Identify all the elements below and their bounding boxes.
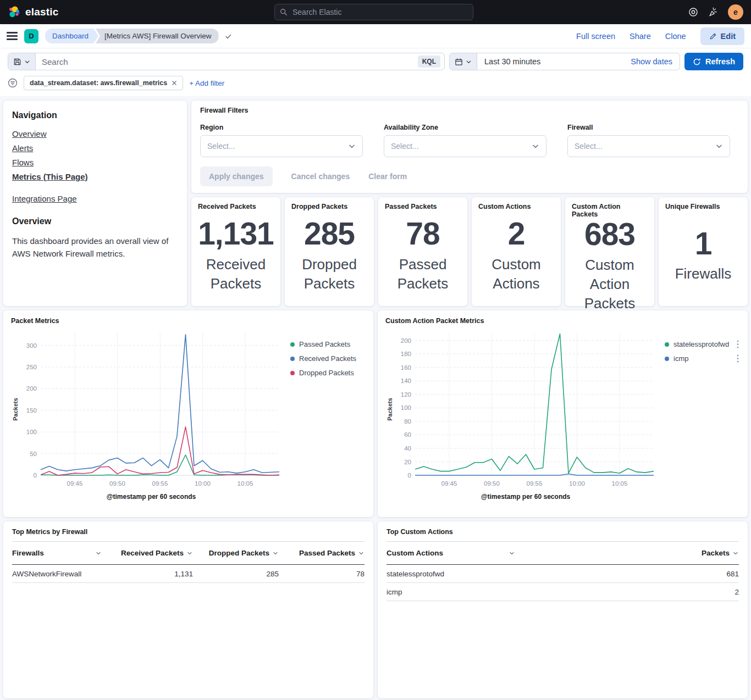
global-search-input[interactable] xyxy=(291,7,468,17)
filter-bar: data_stream.dataset: aws.firewall_metric… xyxy=(0,73,751,96)
edit-button[interactable]: Edit xyxy=(700,27,744,45)
nav-link-integrations[interactable]: Integrations Page xyxy=(12,194,178,203)
share-button[interactable]: Share xyxy=(629,32,651,41)
firewall-label: Firewall xyxy=(567,124,730,131)
table-header-row: Firewalls Received Packets Dropped Packe… xyxy=(12,542,365,565)
menu-icon[interactable] xyxy=(7,32,18,40)
chevron-down-icon xyxy=(509,550,515,557)
legend-dot xyxy=(290,371,295,375)
date-quick-select-button[interactable] xyxy=(450,53,477,70)
filter-menu-icon[interactable] xyxy=(8,78,18,88)
sort-header-dropped-packets[interactable]: Dropped Packets xyxy=(193,549,279,557)
add-filter-button[interactable]: + Add filter xyxy=(189,79,224,87)
cell-firewall-name: AWSNetworkFirewall xyxy=(12,570,107,578)
svg-text:0: 0 xyxy=(34,472,37,479)
sort-header-passed-packets[interactable]: Passed Packets xyxy=(279,549,365,557)
nav-link-metrics[interactable]: Metrics (This Page) xyxy=(12,172,178,181)
table-row: icmp 2 xyxy=(386,583,739,601)
svg-text:10:05: 10:05 xyxy=(612,480,628,487)
legend-item[interactable]: Received Packets xyxy=(290,354,366,363)
card-label: Firewalls xyxy=(675,264,732,284)
saved-query-button[interactable] xyxy=(8,53,36,70)
legend-label: Received Packets xyxy=(299,354,356,363)
sort-header-received-packets[interactable]: Received Packets xyxy=(107,549,193,557)
availability-zone-select[interactable]: Select... xyxy=(384,135,546,157)
breadcrumb-current-page[interactable]: [Metrics AWS] Firewall Overview xyxy=(96,29,219,43)
svg-text:300: 300 xyxy=(26,342,37,349)
svg-text:09:55: 09:55 xyxy=(152,480,168,487)
cancel-changes-button[interactable]: Cancel changes xyxy=(291,172,350,181)
dashboard-badge[interactable]: D xyxy=(24,29,38,43)
svg-text:150: 150 xyxy=(26,407,37,414)
cell-passed: 78 xyxy=(279,570,365,578)
chevron-down-icon xyxy=(466,59,472,65)
legend-item[interactable]: Dropped Packets xyxy=(290,369,366,377)
chevron-down-icon xyxy=(186,550,193,557)
svg-text:10:00: 10:00 xyxy=(569,480,585,487)
sort-header-packets[interactable]: Packets xyxy=(521,549,739,557)
kql-query-input-wrap: KQL xyxy=(8,53,445,70)
firewall-select[interactable]: Select... xyxy=(567,135,730,157)
packet-metrics-panel: Packet Metrics Packets 09:4509:5009:5510… xyxy=(3,310,373,517)
show-dates-button[interactable]: Show dates xyxy=(623,57,680,66)
legend-label: icmp xyxy=(673,354,688,363)
legend-options-icon[interactable] xyxy=(736,354,740,363)
full-screen-button[interactable]: Full screen xyxy=(576,32,615,41)
legend-item[interactable]: icmp xyxy=(665,354,740,363)
metric-card-unique-firewalls: Unique Firewalls 1 Firewalls xyxy=(659,197,748,306)
legend-item[interactable]: Passed Packets xyxy=(290,340,366,348)
time-range-value[interactable]: Last 30 minutes xyxy=(477,57,548,66)
refresh-button[interactable]: Refresh xyxy=(684,53,743,70)
kql-badge[interactable]: KQL xyxy=(418,55,440,68)
breadcrumb-dashboard[interactable]: Dashboard xyxy=(45,29,98,43)
nav-link-flows[interactable]: Flows xyxy=(12,158,178,167)
packet-metrics-chart[interactable]: 09:4509:5009:5510:0010:05050100150200250… xyxy=(20,328,283,491)
custom-action-packet-metrics-title: Custom Action Packet Metrics xyxy=(385,317,740,325)
chevron-down-icon xyxy=(358,550,365,557)
nav-link-overview[interactable]: Overview xyxy=(12,129,178,138)
legend-dot xyxy=(290,357,295,361)
breadcrumb-bar: D Dashboard [Metrics AWS] Firewall Overv… xyxy=(0,24,751,48)
elastic-logo-icon xyxy=(8,5,21,19)
card-value: 683 xyxy=(584,218,635,251)
search-input[interactable] xyxy=(36,57,418,66)
svg-text:200: 200 xyxy=(26,385,37,392)
region-placeholder: Select... xyxy=(207,142,348,151)
card-value: 2 xyxy=(508,218,525,251)
top-custom-actions-title: Top Custom Actions xyxy=(386,528,739,536)
chevron-down-icon xyxy=(348,142,356,150)
table-row: statelessprotofwd 681 xyxy=(386,565,739,583)
x-axis-title: @timestamp per 60 seconds xyxy=(20,493,283,501)
calendar-icon xyxy=(455,58,463,66)
chevron-down-icon xyxy=(95,550,102,557)
metric-card-received-packets: Received Packets 1,131 Received Packets xyxy=(191,197,280,306)
save-icon xyxy=(13,58,21,66)
legend-options-icon[interactable] xyxy=(736,340,740,348)
sort-header-custom-actions[interactable]: Custom Actions xyxy=(386,549,521,557)
x-axis-title: @timestamp per 60 seconds xyxy=(394,493,657,501)
nav-link-alerts[interactable]: Alerts xyxy=(12,143,178,153)
user-avatar[interactable]: e xyxy=(728,4,743,20)
svg-text:180: 180 xyxy=(401,351,411,357)
legend-dot xyxy=(665,357,669,361)
metric-card-custom-actions: Custom Actions 2 Custom Actions xyxy=(472,197,561,306)
chevron-down-icon xyxy=(272,550,279,557)
global-search[interactable] xyxy=(274,4,473,20)
filter-pill[interactable]: data_stream.dataset: aws.firewall_metric… xyxy=(24,76,183,90)
metric-card-custom-action-packets: Custom Action Packets 683 Custom Action … xyxy=(565,197,654,306)
availability-zone-label: Availability Zone xyxy=(384,124,546,131)
close-icon[interactable] xyxy=(172,80,177,86)
newsfeed-icon[interactable] xyxy=(708,7,718,17)
breadcrumb-dropdown-icon[interactable] xyxy=(224,32,232,40)
elastic-brand[interactable]: elastic xyxy=(8,5,59,19)
clone-button[interactable]: Clone xyxy=(665,32,686,41)
clear-form-button[interactable]: Clear form xyxy=(368,172,407,181)
search-icon xyxy=(280,8,288,16)
custom-action-packet-metrics-chart[interactable]: 09:4509:5009:5510:0010:05020406080100120… xyxy=(394,328,657,491)
legend-item[interactable]: statelessprotofwd xyxy=(665,340,740,348)
sort-header-firewalls[interactable]: Firewalls xyxy=(12,549,107,557)
apply-changes-button[interactable]: Apply changes xyxy=(200,166,273,186)
metric-card-dropped-packets: Dropped Packets 285 Dropped Packets xyxy=(285,197,374,306)
region-select[interactable]: Select... xyxy=(200,135,363,157)
help-icon[interactable] xyxy=(688,7,698,17)
